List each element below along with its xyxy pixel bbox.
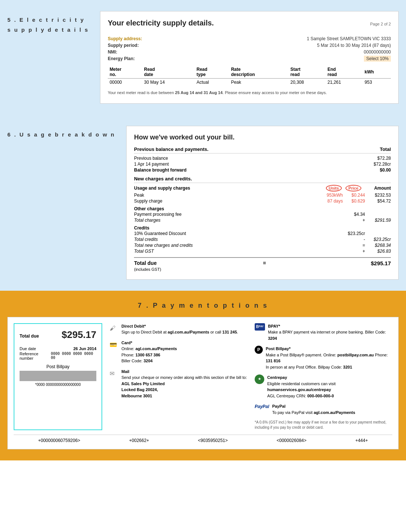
mail-icon: ✉ <box>110 369 118 378</box>
footer-num3: <9035950251> <box>198 438 228 443</box>
paypal-method: PayPal PayPal To pay via PayPal visit ag… <box>255 403 392 415</box>
mail-title: Mail <box>121 369 247 375</box>
payment-methods-right: BPAY BPAY* Make a BPAY payment via inter… <box>255 323 392 431</box>
due-date-row: Due date 26 Jun 2014 <box>20 346 96 351</box>
kwh: 953 <box>363 79 391 86</box>
total-charges-row: Total charges + $291.59 <box>134 217 391 223</box>
paypal-icon: PayPal <box>255 403 269 410</box>
footer-num1: +000000060759206> <box>38 438 80 443</box>
bpay-title: BPAY* <box>268 323 392 329</box>
paypal-title: PayPal <box>272 403 355 410</box>
mail-method: ✉ Mail Send your cheque or money order a… <box>110 369 247 399</box>
bpay-icon: BPAY <box>255 323 265 331</box>
direct-debit-method: 🖌 Direct Debit* Sign up to Direct Debit … <box>110 323 247 335</box>
payment-row: 1 Apr 14 payment $72.28cr <box>134 161 391 167</box>
meter-note: Your next meter read is due between 25 A… <box>108 90 391 96</box>
payment-methods-middle: 🖌 Direct Debit* Sign up to Direct Debit … <box>110 323 247 431</box>
section6-card: How we've worked out your bill. Previous… <box>126 126 399 280</box>
total-due-symbol: = <box>263 260 266 272</box>
rate-desc: Peak <box>229 79 289 86</box>
col-start-read: Startread <box>289 66 326 79</box>
card-icon: 💳 <box>110 341 118 349</box>
direct-debit-icon: 🖌 <box>110 324 118 333</box>
new-charges-section: New charges and credits. <box>134 176 391 183</box>
section6-label: 6 . U s a g e b r e a k d o w n <box>7 126 115 139</box>
postbillpay-text: Make a Post Billpay® payment. Online: po… <box>266 352 392 370</box>
meter-row: 00000 30 May 14 Actual Peak 20,308 21,26… <box>108 79 391 86</box>
total-new-charges-row: Total new charges and credits = $268.34 <box>134 242 391 248</box>
col-read-date: Readdate <box>142 66 195 79</box>
total-due-row: Total due (includes GST) = $295.17 <box>134 257 391 272</box>
mail-text: Send your cheque or money order along wi… <box>121 374 247 399</box>
ref-num-row: Reference number 0000 0000 0000 0000 00 <box>20 352 96 360</box>
energy-plan-val: Select 10% <box>167 55 391 62</box>
card-title: Card* <box>121 340 177 346</box>
card-method: 💳 Card* Online: agl.com.au/PaymentsPhone… <box>110 340 247 364</box>
energy-plan-label: Energy Plan: <box>108 55 167 62</box>
col-kwh: kWh <box>363 66 391 79</box>
other-charges-title: Other charges <box>134 206 391 211</box>
page-number: Page 2 of 2 <box>370 22 391 26</box>
peak-row: Peak 953kWh $0.244 $232.53 <box>134 192 391 198</box>
section7: 7 . P a y m e n t o p t i o n s Total du… <box>0 291 406 461</box>
section5: 5 . E l e c t r i c i t ys u p p l y d e… <box>0 0 406 115</box>
postbillpay-label: Post Billpay <box>20 364 96 369</box>
prev-balance-section: Previous balance and payments. Total <box>134 146 391 153</box>
col-meter-no: Meterno. <box>108 66 142 79</box>
postbillpay-method: P Post Billpay* Make a Post Billpay® pay… <box>255 346 392 370</box>
prev-balance-row: Previous balance $72.28 <box>134 155 391 161</box>
supply-address-label: Supply address: <box>108 35 167 42</box>
end-read: 21,261 <box>326 79 363 86</box>
usage-supply-label: Usage and supply charges <box>134 186 326 191</box>
barcode-number: *0000 00000000000000000 <box>20 383 96 387</box>
card-text: Online: agl.com.au/PaymentsPhone: 1300 6… <box>121 346 177 364</box>
total-due-label: Total due (includes GST) <box>134 260 161 272</box>
barcode-graphic <box>20 371 96 381</box>
read-type: Actual <box>195 79 229 86</box>
supply-period-label: Supply period: <box>108 42 167 49</box>
direct-debit-title: Direct Debit* <box>121 323 238 329</box>
footnote: *A 0.6% (GST incl.) fee may apply if we … <box>255 420 392 430</box>
balance-forward-row: Balance brought forward $0.00 <box>134 167 391 173</box>
footer-numbers: +000000060759206> +002662+ <9035950251> … <box>14 435 392 443</box>
bpay-text: Make a BPAY payment via internet or phon… <box>268 329 392 341</box>
postbillpay-icon: P <box>255 346 263 354</box>
section7-title: 7 . P a y m e n t o p t i o n s <box>7 302 399 310</box>
supply-period-val: 5 Mar 2014 to 30 May 2014 (87 days) <box>167 42 391 49</box>
credits-title: Credits <box>134 225 391 231</box>
discount-row: 10% Guaranteed Discount $23.25cr <box>134 231 391 236</box>
footer-num2: +002662+ <box>129 438 149 443</box>
read-date: 30 May 14 <box>142 79 195 86</box>
total-credits-row: Total credits - $23.25cr <box>134 236 391 242</box>
nmi-val: 00000000000 <box>167 49 391 55</box>
section5-label: 5 . E l e c t r i c i t ys u p p l y d e… <box>7 11 89 35</box>
centrepay-icon: ★ <box>255 374 264 384</box>
centrepay-title: Centrepay <box>267 374 392 381</box>
total-due-val: $295.17 <box>371 260 391 272</box>
nmi-label: NMI: <box>108 49 167 55</box>
bpay-method: BPAY BPAY* Make a BPAY payment via inter… <box>255 323 392 342</box>
col-read-type: Readtype <box>195 66 229 79</box>
processing-fee-row: Payment processing fee $4.34 <box>134 211 391 217</box>
centrepay-text: Eligible residential customers can visit… <box>267 381 392 399</box>
amount-col: Amount <box>365 186 391 191</box>
start-read: 20,308 <box>289 79 326 86</box>
payment-card: Total due $295.17 Due date 26 Jun 2014 R… <box>7 317 399 450</box>
paypal-text: To pay via PayPal visit agl.com.au/Payme… <box>272 410 355 416</box>
supply-address-val: 1 Sample Street SAMPLETOWN VIC 3333 <box>167 35 391 42</box>
footer-num4: <0000026084> <box>276 438 306 443</box>
price-col-highlight: Price <box>345 185 361 191</box>
units-col-highlight: Units <box>326 185 342 191</box>
centrepay-method: ★ Centrepay Eligible residential custome… <box>255 374 392 399</box>
postbillpay-title: Post Billpay* <box>266 346 392 352</box>
section6-title: How we've worked out your bill. <box>134 134 391 141</box>
meter-no: 00000 <box>108 79 142 86</box>
total-amount-payment: $295.17 <box>62 329 96 341</box>
col-end-read: Endread <box>326 66 363 79</box>
section5-title: Your electricity supply details. <box>108 19 214 27</box>
supply-charge-row: Supply charge 87 days $0.629 $54.72 <box>134 198 391 204</box>
col-rate-desc: Ratedescription <box>229 66 289 79</box>
footer-num5: +444+ <box>355 438 368 443</box>
section5-card: Your electricity supply details. Page 2 … <box>100 11 399 104</box>
payment-summary-box: Total due $295.17 Due date 26 Jun 2014 R… <box>14 323 102 431</box>
